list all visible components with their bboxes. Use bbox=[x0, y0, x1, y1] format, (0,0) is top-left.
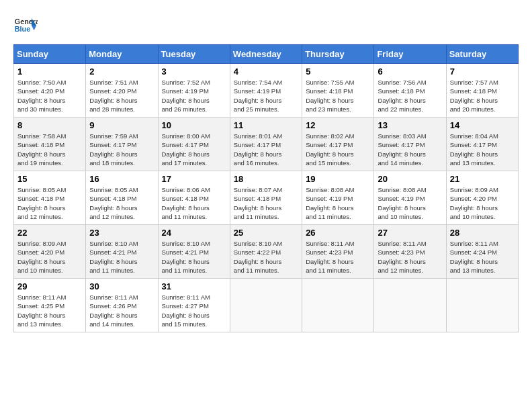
day-number: 30 bbox=[89, 281, 154, 291]
calendar-cell: 2Sunrise: 7:51 AMSunset: 4:20 PMDaylight… bbox=[86, 64, 158, 118]
day-number: 15 bbox=[17, 174, 82, 184]
day-number: 23 bbox=[89, 228, 154, 238]
day-info: Sunrise: 7:51 AMSunset: 4:20 PMDaylight:… bbox=[89, 78, 154, 113]
day-info: Sunrise: 8:07 AMSunset: 4:18 PMDaylight:… bbox=[234, 185, 298, 221]
day-info: Sunrise: 8:11 AMSunset: 4:23 PMDaylight:… bbox=[306, 239, 370, 275]
calendar-cell: 17Sunrise: 8:06 AMSunset: 4:18 PMDayligh… bbox=[158, 171, 230, 225]
day-number: 28 bbox=[450, 228, 515, 238]
calendar-cell: 30Sunrise: 8:11 AMSunset: 4:26 PMDayligh… bbox=[86, 279, 158, 332]
weekday-header-saturday: Saturday bbox=[446, 45, 518, 64]
day-number: 9 bbox=[89, 120, 154, 130]
weekday-header-sunday: Sunday bbox=[14, 45, 86, 64]
calendar-cell bbox=[446, 279, 518, 332]
calendar-cell: 22Sunrise: 8:09 AMSunset: 4:20 PMDayligh… bbox=[14, 225, 86, 279]
day-info: Sunrise: 8:04 AMSunset: 4:17 PMDaylight:… bbox=[450, 132, 515, 167]
day-number: 7 bbox=[450, 66, 515, 77]
weekday-header-friday: Friday bbox=[374, 45, 446, 64]
calendar-cell: 11Sunrise: 8:01 AMSunset: 4:17 PMDayligh… bbox=[230, 118, 302, 171]
day-info: Sunrise: 8:11 AMSunset: 4:23 PMDaylight:… bbox=[378, 239, 442, 275]
day-info: Sunrise: 7:59 AMSunset: 4:17 PMDaylight:… bbox=[89, 132, 154, 167]
day-info: Sunrise: 8:10 AMSunset: 4:22 PMDaylight:… bbox=[234, 239, 298, 275]
day-number: 6 bbox=[378, 66, 442, 77]
day-info: Sunrise: 7:58 AMSunset: 4:18 PMDaylight:… bbox=[17, 132, 82, 167]
calendar-cell: 14Sunrise: 8:04 AMSunset: 4:17 PMDayligh… bbox=[446, 118, 518, 171]
calendar-cell bbox=[230, 279, 302, 332]
day-info: Sunrise: 8:10 AMSunset: 4:21 PMDaylight:… bbox=[162, 239, 226, 275]
day-info: Sunrise: 8:05 AMSunset: 4:18 PMDaylight:… bbox=[17, 185, 82, 221]
day-info: Sunrise: 8:09 AMSunset: 4:20 PMDaylight:… bbox=[450, 185, 515, 221]
day-number: 8 bbox=[17, 120, 82, 130]
day-info: Sunrise: 7:52 AMSunset: 4:19 PMDaylight:… bbox=[162, 78, 226, 113]
calendar-cell: 31Sunrise: 8:11 AMSunset: 4:27 PMDayligh… bbox=[158, 279, 230, 332]
calendar-table: SundayMondayTuesdayWednesdayThursdayFrid… bbox=[13, 44, 519, 332]
svg-marker-3 bbox=[32, 26, 36, 30]
day-number: 4 bbox=[234, 66, 298, 77]
svg-text:Blue: Blue bbox=[15, 25, 30, 33]
day-info: Sunrise: 8:11 AMSunset: 4:26 PMDaylight:… bbox=[89, 293, 154, 328]
day-number: 18 bbox=[234, 174, 298, 184]
day-info: Sunrise: 8:00 AMSunset: 4:17 PMDaylight:… bbox=[162, 132, 226, 167]
page-header: General Blue bbox=[13, 13, 519, 38]
calendar-week-row: 22Sunrise: 8:09 AMSunset: 4:20 PMDayligh… bbox=[14, 225, 519, 279]
calendar-cell: 24Sunrise: 8:10 AMSunset: 4:21 PMDayligh… bbox=[158, 225, 230, 279]
calendar-cell: 6Sunrise: 7:56 AMSunset: 4:18 PMDaylight… bbox=[374, 64, 446, 118]
day-number: 16 bbox=[89, 174, 154, 184]
day-info: Sunrise: 8:08 AMSunset: 4:19 PMDaylight:… bbox=[378, 185, 442, 221]
day-number: 3 bbox=[162, 66, 226, 77]
day-number: 27 bbox=[378, 228, 442, 238]
calendar-week-row: 1Sunrise: 7:50 AMSunset: 4:20 PMDaylight… bbox=[14, 64, 519, 118]
day-number: 25 bbox=[234, 228, 298, 238]
day-info: Sunrise: 8:08 AMSunset: 4:19 PMDaylight:… bbox=[306, 185, 370, 221]
day-info: Sunrise: 8:06 AMSunset: 4:18 PMDaylight:… bbox=[162, 185, 226, 221]
day-number: 5 bbox=[306, 66, 370, 77]
calendar-week-row: 29Sunrise: 8:11 AMSunset: 4:25 PMDayligh… bbox=[14, 279, 519, 332]
weekday-header-row: SundayMondayTuesdayWednesdayThursdayFrid… bbox=[14, 45, 519, 64]
day-number: 29 bbox=[17, 281, 82, 291]
calendar-cell: 26Sunrise: 8:11 AMSunset: 4:23 PMDayligh… bbox=[302, 225, 374, 279]
weekday-header-wednesday: Wednesday bbox=[230, 45, 302, 64]
day-info: Sunrise: 8:01 AMSunset: 4:17 PMDaylight:… bbox=[234, 132, 298, 167]
calendar-cell: 21Sunrise: 8:09 AMSunset: 4:20 PMDayligh… bbox=[446, 171, 518, 225]
calendar-cell: 9Sunrise: 7:59 AMSunset: 4:17 PMDaylight… bbox=[86, 118, 158, 171]
day-info: Sunrise: 8:02 AMSunset: 4:17 PMDaylight:… bbox=[306, 132, 370, 167]
day-number: 19 bbox=[306, 174, 370, 184]
day-number: 20 bbox=[378, 174, 442, 184]
calendar-week-row: 15Sunrise: 8:05 AMSunset: 4:18 PMDayligh… bbox=[14, 171, 519, 225]
day-info: Sunrise: 8:11 AMSunset: 4:24 PMDaylight:… bbox=[450, 239, 515, 275]
day-info: Sunrise: 8:10 AMSunset: 4:21 PMDaylight:… bbox=[89, 239, 154, 275]
calendar-cell: 13Sunrise: 8:03 AMSunset: 4:17 PMDayligh… bbox=[374, 118, 446, 171]
day-info: Sunrise: 8:05 AMSunset: 4:18 PMDaylight:… bbox=[89, 185, 154, 221]
day-number: 21 bbox=[450, 174, 515, 184]
day-info: Sunrise: 8:09 AMSunset: 4:20 PMDaylight:… bbox=[17, 239, 82, 275]
day-info: Sunrise: 7:55 AMSunset: 4:18 PMDaylight:… bbox=[306, 78, 370, 113]
calendar-cell: 15Sunrise: 8:05 AMSunset: 4:18 PMDayligh… bbox=[14, 171, 86, 225]
day-number: 14 bbox=[450, 120, 515, 130]
day-info: Sunrise: 8:11 AMSunset: 4:27 PMDaylight:… bbox=[162, 293, 226, 328]
calendar-cell: 19Sunrise: 8:08 AMSunset: 4:19 PMDayligh… bbox=[302, 171, 374, 225]
calendar-cell: 12Sunrise: 8:02 AMSunset: 4:17 PMDayligh… bbox=[302, 118, 374, 171]
weekday-header-monday: Monday bbox=[86, 45, 158, 64]
calendar-cell: 1Sunrise: 7:50 AMSunset: 4:20 PMDaylight… bbox=[14, 64, 86, 118]
calendar-cell: 8Sunrise: 7:58 AMSunset: 4:18 PMDaylight… bbox=[14, 118, 86, 171]
day-number: 11 bbox=[234, 120, 298, 130]
logo: General Blue bbox=[13, 13, 38, 38]
calendar-cell: 23Sunrise: 8:10 AMSunset: 4:21 PMDayligh… bbox=[86, 225, 158, 279]
calendar-cell: 25Sunrise: 8:10 AMSunset: 4:22 PMDayligh… bbox=[230, 225, 302, 279]
day-number: 22 bbox=[17, 228, 82, 238]
calendar-cell bbox=[374, 279, 446, 332]
logo-icon: General Blue bbox=[13, 13, 38, 38]
calendar-week-row: 8Sunrise: 7:58 AMSunset: 4:18 PMDaylight… bbox=[14, 118, 519, 171]
day-number: 24 bbox=[162, 228, 226, 238]
day-number: 12 bbox=[306, 120, 370, 130]
calendar-cell bbox=[302, 279, 374, 332]
day-number: 31 bbox=[162, 281, 226, 291]
day-number: 1 bbox=[17, 66, 82, 77]
day-info: Sunrise: 7:56 AMSunset: 4:18 PMDaylight:… bbox=[378, 78, 442, 113]
day-number: 26 bbox=[306, 228, 370, 238]
calendar-cell: 3Sunrise: 7:52 AMSunset: 4:19 PMDaylight… bbox=[158, 64, 230, 118]
weekday-header-tuesday: Tuesday bbox=[158, 45, 230, 64]
calendar-cell: 18Sunrise: 8:07 AMSunset: 4:18 PMDayligh… bbox=[230, 171, 302, 225]
day-info: Sunrise: 7:57 AMSunset: 4:18 PMDaylight:… bbox=[450, 78, 515, 113]
day-info: Sunrise: 8:03 AMSunset: 4:17 PMDaylight:… bbox=[378, 132, 442, 167]
day-info: Sunrise: 7:50 AMSunset: 4:20 PMDaylight:… bbox=[17, 78, 82, 113]
